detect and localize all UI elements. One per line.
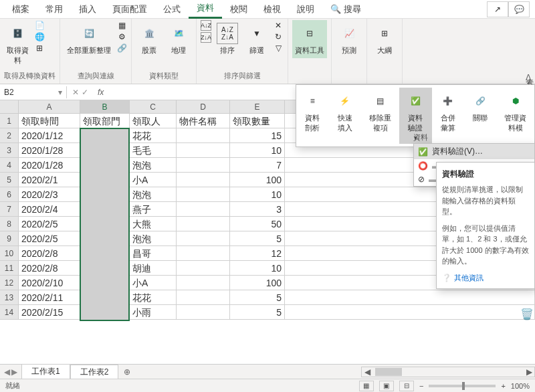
cell-A2[interactable]: 2020/1/12 <box>19 128 80 142</box>
cell-B10[interactable] <box>80 246 130 260</box>
cell-B2[interactable] <box>80 128 130 142</box>
refresh-all-button[interactable]: 🔄 全部重新整理 <box>64 20 114 58</box>
cell-D12[interactable] <box>177 276 230 290</box>
row-header-11[interactable]: 11 <box>0 261 19 275</box>
cell-A3[interactable]: 2020/1/28 <box>19 143 80 157</box>
row-header-7[interactable]: 7 <box>0 202 19 216</box>
cell-A11[interactable]: 2020/2/8 <box>19 261 80 275</box>
col-header-C[interactable]: C <box>130 100 177 113</box>
from-web-icon[interactable]: 🌐 <box>34 31 45 42</box>
cell-B7[interactable] <box>80 202 130 216</box>
tab-pagelayout[interactable]: 頁面配置 <box>104 1 155 18</box>
cell-D4[interactable] <box>177 158 230 172</box>
cell-D1[interactable]: 物件名稱 <box>177 114 230 128</box>
cell-C14[interactable]: 小雨 <box>130 305 177 319</box>
edit-links-icon[interactable]: 🔗 <box>116 43 127 54</box>
sheet-next-icon[interactable]: ▶ <box>11 367 17 377</box>
tab-home[interactable]: 常用 <box>37 1 71 18</box>
cell-E6[interactable]: 10 <box>230 187 285 201</box>
from-table-icon[interactable]: ⊞ <box>34 43 45 54</box>
row-header-3[interactable]: 3 <box>0 143 19 157</box>
cell-D6[interactable] <box>177 187 230 201</box>
cell-A4[interactable]: 2020/1/28 <box>19 158 80 172</box>
advanced-icon[interactable]: ▽ <box>273 43 284 54</box>
text-to-columns-button[interactable]: ≡資料剖析 <box>296 88 329 144</box>
cell-A1[interactable]: 領取時間 <box>19 114 80 128</box>
manage-model-button[interactable]: ⬢管理資料模 <box>496 88 534 144</box>
tab-search[interactable]: 🔍 搜尋 <box>322 1 369 18</box>
row-header-9[interactable]: 9 <box>0 231 19 246</box>
row-header-8[interactable]: 8 <box>0 217 19 231</box>
remove-duplicates-button[interactable]: ▤移除重複項 <box>361 88 399 144</box>
cell-B12[interactable] <box>80 276 130 290</box>
row-header-14[interactable]: 14 <box>0 305 19 319</box>
cell-E13[interactable]: 5 <box>230 290 285 304</box>
row-header-1[interactable]: 1 <box>0 114 19 128</box>
cell-C3[interactable]: 毛毛 <box>130 143 177 157</box>
cell-C4[interactable]: 泡泡 <box>130 158 177 172</box>
data-tools-button[interactable]: ⊟ 資料工具 <box>292 20 327 58</box>
cell-C10[interactable]: 昌哥 <box>130 246 177 260</box>
row-header-5[interactable]: 5 <box>0 173 19 187</box>
cell-C6[interactable]: 泡泡 <box>130 187 177 201</box>
cell-B6[interactable] <box>80 187 130 201</box>
cell-rest-13[interactable] <box>285 290 535 304</box>
cell-D13[interactable] <box>177 290 230 304</box>
cell-B3[interactable] <box>80 143 130 157</box>
horizontal-scrollbar[interactable]: ◀ ▶ <box>361 367 535 377</box>
sort-desc-icon[interactable]: Z↓A <box>201 32 211 43</box>
cell-A7[interactable]: 2020/2/4 <box>19 202 80 216</box>
cell-A8[interactable]: 2020/2/5 <box>19 217 80 231</box>
menu-item-data-validation[interactable]: ✅資料驗證(V)… <box>414 144 534 159</box>
queries-icon[interactable]: ▦ <box>116 20 127 31</box>
zoom-out-button[interactable]: − <box>419 382 423 390</box>
cell-E10[interactable]: 12 <box>230 246 285 260</box>
sheet-tab-1[interactable]: 工作表1 <box>21 364 70 380</box>
outline-button[interactable]: ⊞ 大綱 <box>371 20 398 58</box>
zoom-in-button[interactable]: + <box>501 382 505 390</box>
row-header-6[interactable]: 6 <box>0 187 19 201</box>
cell-B9[interactable] <box>80 231 130 246</box>
clear-filter-icon[interactable]: ✕ <box>273 20 284 31</box>
cell-A13[interactable]: 2020/2/11 <box>19 290 80 304</box>
cell-E1[interactable]: 領取數量 <box>230 114 285 128</box>
cell-A9[interactable]: 2020/2/5 <box>19 231 80 246</box>
cell-E4[interactable]: 7 <box>230 158 285 172</box>
cell-D2[interactable] <box>177 128 230 142</box>
cell-C5[interactable]: 小A <box>130 173 177 187</box>
cell-B1[interactable]: 領取部門 <box>80 114 130 128</box>
cell-D8[interactable] <box>177 217 230 231</box>
cell-E2[interactable]: 15 <box>230 128 285 142</box>
from-text-icon[interactable]: 📄 <box>34 20 45 31</box>
cell-E7[interactable]: 3 <box>230 202 285 216</box>
tab-view[interactable]: 檢視 <box>255 1 289 18</box>
cell-B13[interactable] <box>80 290 130 304</box>
sort-button[interactable]: A↓ZZ↓A 排序 <box>214 20 241 58</box>
cell-B8[interactable] <box>80 217 130 231</box>
page-break-button[interactable]: ⊟ <box>399 381 414 391</box>
cell-D9[interactable] <box>177 231 230 246</box>
cell-D14[interactable] <box>177 305 230 319</box>
row-header-10[interactable]: 10 <box>0 246 19 260</box>
tab-review[interactable]: 校閱 <box>222 1 255 18</box>
col-header-A[interactable]: A <box>19 100 80 113</box>
cell-C8[interactable]: 大熊 <box>130 217 177 231</box>
get-data-button[interactable]: 🗄️ 取得資 料 <box>4 20 31 68</box>
scroll-left-icon[interactable]: ◀ <box>362 367 372 377</box>
sheet-tab-2[interactable]: 工作表2 <box>70 365 119 379</box>
cell-C7[interactable]: 燕子 <box>130 202 177 216</box>
tooltip-more-info[interactable]: ❔其他資訊 <box>442 272 529 284</box>
tab-insert[interactable]: 插入 <box>71 1 104 18</box>
tab-file[interactable]: 檔案 <box>4 1 37 18</box>
cell-C13[interactable]: 花花 <box>130 290 177 304</box>
cell-C1[interactable]: 領取人 <box>130 114 177 128</box>
cell-E11[interactable]: 10 <box>230 261 285 275</box>
select-all-corner[interactable] <box>0 100 19 113</box>
cell-D7[interactable] <box>177 202 230 216</box>
fx-icon[interactable]: fx <box>94 88 104 97</box>
flash-fill-button[interactable]: ⚡快速填入 <box>329 88 362 144</box>
geography-button[interactable]: 🗺️ 地理 <box>165 20 192 58</box>
page-layout-button[interactable]: ▣ <box>379 381 394 391</box>
cell-E9[interactable]: 5 <box>230 231 285 246</box>
cell-C9[interactable]: 泡泡 <box>130 231 177 246</box>
